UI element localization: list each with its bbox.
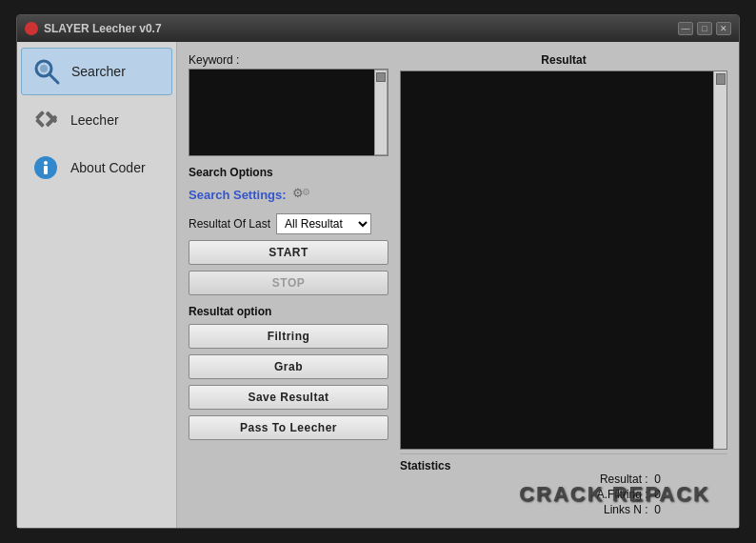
info-icon (30, 152, 61, 183)
main-content: Keyword : Search Options Search Settings… (177, 42, 739, 528)
statistics-title: Statistics (400, 459, 450, 473)
save-resultat-button[interactable]: Save Resultat (189, 385, 388, 410)
sidebar-item-searcher[interactable]: Searcher (21, 48, 172, 95)
window-title: SLAYER Leecher v0.7 (44, 22, 678, 35)
stop-button[interactable]: STOP (189, 271, 388, 295)
maximize-button[interactable]: □ (697, 22, 712, 35)
sidebar-item-about[interactable]: About Coder (21, 145, 172, 191)
search-icon (31, 56, 62, 87)
pass-to-leecher-button[interactable]: Pass To Leecher (189, 415, 388, 440)
resultat-of-last-row: Resultat Of Last All Resultat Last 10 La… (189, 213, 388, 234)
svg-rect-9 (44, 166, 48, 174)
tools-icon (30, 105, 61, 135)
resultat-box (401, 71, 713, 449)
resultat-option-title: Resultat option (189, 305, 388, 318)
search-options-title: Search Options (189, 166, 388, 179)
right-panel: Resultat Statistics Resultat : 0 (400, 53, 727, 516)
svg-text:⚙: ⚙ (302, 187, 310, 197)
watermark: CRACK REPACK (519, 482, 710, 507)
keyword-input-wrapper (189, 69, 388, 156)
svg-line-2 (50, 74, 58, 83)
sidebar-item-about-label: About Coder (70, 160, 146, 175)
title-bar[interactable]: SLAYER Leecher v0.7 — □ ✕ (17, 15, 739, 42)
resultat-of-last-dropdown[interactable]: All Resultat Last 10 Last 50 Last 100 (276, 213, 371, 234)
filtring-button[interactable]: Filtring (189, 324, 388, 349)
resultat-scrollbar[interactable] (713, 71, 726, 449)
sidebar: Searcher Leecher (17, 42, 177, 528)
keyword-scrollbar[interactable] (374, 70, 388, 155)
keyword-input[interactable] (189, 70, 374, 155)
window-icon (25, 22, 38, 35)
svg-point-8 (44, 161, 48, 165)
svg-rect-3 (35, 111, 45, 120)
grab-button[interactable]: Grab (189, 354, 388, 379)
minimize-button[interactable]: — (678, 22, 693, 35)
start-button[interactable]: START (189, 240, 388, 265)
search-settings-row: Search Settings: ⚙ ⚙ (189, 185, 388, 204)
keyword-label: Keyword : (189, 53, 388, 67)
search-settings-label[interactable]: Search Settings: (189, 188, 287, 202)
svg-rect-5 (35, 118, 45, 128)
sidebar-item-leecher[interactable]: Leecher (21, 97, 172, 143)
window-controls[interactable]: — □ ✕ (678, 22, 731, 35)
resultat-box-wrapper (400, 70, 727, 450)
svg-point-1 (40, 65, 48, 72)
resultat-title: Resultat (400, 53, 727, 67)
sidebar-item-searcher-label: Searcher (71, 64, 126, 79)
close-button[interactable]: ✕ (716, 22, 731, 35)
resultat-of-last-label: Resultat Of Last (189, 217, 270, 231)
sidebar-item-leecher-label: Leecher (70, 112, 119, 128)
left-panel: Keyword : Search Options Search Settings… (189, 53, 388, 516)
gear-icon: ⚙ ⚙ (292, 185, 313, 204)
